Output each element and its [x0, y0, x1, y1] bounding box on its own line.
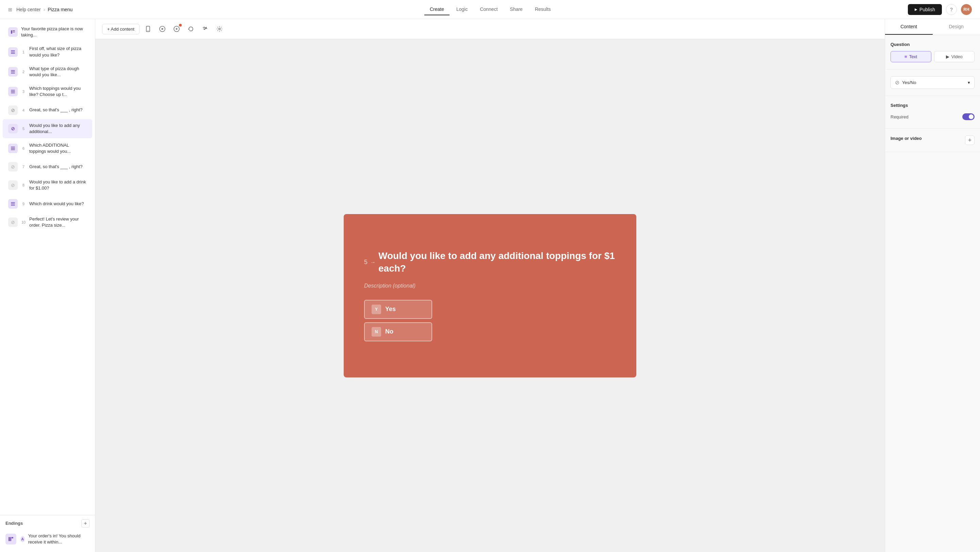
sidebar-item-3[interactable]: 3 Which toppings would you like? Choose …	[3, 82, 92, 101]
sidebar-item-5[interactable]: ⊘ 5 Would you like to add any additional…	[3, 119, 92, 138]
q3-text: Which toppings would you like? Choose up…	[29, 86, 87, 98]
q2-num: 2	[21, 70, 26, 74]
svg-rect-12	[11, 147, 15, 147]
question-type-dropdown[interactable]: ⊘ Yes/No ▾	[891, 76, 975, 89]
media-section: Image or video +	[885, 129, 980, 152]
sidebar-item-7[interactable]: ⊘ 7 Great, so that's ___ , right?	[3, 159, 92, 175]
q6-icon	[8, 144, 18, 153]
add-media-button[interactable]: +	[965, 135, 975, 145]
q5-num: 5	[21, 127, 26, 131]
sidebar-item-8[interactable]: ⊘ 8 Would you like to add a drink for $1…	[3, 176, 92, 195]
q3-icon	[8, 87, 18, 96]
svg-rect-2	[13, 32, 15, 32]
svg-rect-16	[11, 204, 15, 204]
translate-button[interactable]	[199, 23, 211, 35]
endings-header: Endings +	[5, 519, 89, 528]
canvas-container: 5 → Would you like to add any additional…	[95, 39, 885, 552]
sidebar-item-intro[interactable]: Your favorite pizza place is now taking.…	[3, 22, 92, 41]
svg-rect-20	[11, 537, 13, 538]
share-icon-wrapper	[171, 23, 182, 35]
publish-label: Publish	[920, 7, 935, 12]
q4-text: Great, so that's ___ , right?	[29, 107, 82, 113]
settings-section-title: Settings	[891, 103, 975, 108]
sidebar-item-4[interactable]: ⊘ 4 Great, so that's ___ , right?	[3, 102, 92, 118]
question-description[interactable]: Description (optional)	[364, 283, 415, 289]
sidebar-item-10[interactable]: ⊘ 10 Perfect! Let's review your order. P…	[3, 213, 92, 232]
add-ending-button[interactable]: +	[81, 519, 89, 528]
svg-rect-11	[11, 92, 15, 93]
sidebar-item-1[interactable]: 1 First off, what size of pizza would yo…	[3, 42, 92, 61]
q9-icon	[8, 199, 18, 208]
svg-rect-17	[11, 205, 15, 205]
publish-button[interactable]: ▶ Publish	[908, 4, 942, 15]
help-button[interactable]: ?	[946, 4, 957, 15]
editor-area: + Add content	[95, 19, 885, 552]
sidebar-item-9[interactable]: 9 Which drink would you like?	[3, 196, 92, 212]
question-title[interactable]: Would you like to add any additional top…	[379, 250, 616, 275]
svg-rect-4	[11, 52, 15, 52]
q8-icon: ⊘	[8, 180, 18, 190]
question-number: 5	[364, 259, 368, 266]
q5-icon: ⊘	[8, 124, 18, 134]
question-section-title: Question	[891, 42, 975, 47]
avatar: RH	[961, 4, 972, 15]
ending-item[interactable]: A Your order's in! You should receive it…	[5, 530, 89, 548]
tab-share[interactable]: Share	[504, 4, 528, 15]
q8-num: 8	[21, 183, 26, 187]
app-label: Help center	[16, 7, 41, 12]
q7-icon: ⊘	[8, 162, 18, 172]
type-text-button[interactable]: ≡ Text	[891, 51, 931, 62]
sidebar-item-2[interactable]: 2 What type of pizza dough would you lik…	[3, 62, 92, 81]
question-number-row: 5 → Would you like to add any additional…	[364, 250, 616, 275]
svg-rect-10	[11, 91, 15, 92]
svg-rect-14	[11, 150, 15, 150]
q9-text: Which drink would you like?	[29, 201, 84, 207]
svg-rect-8	[11, 73, 15, 73]
svg-marker-24	[162, 28, 164, 30]
svg-rect-3	[11, 50, 15, 51]
answer-no[interactable]: N No	[364, 322, 432, 341]
top-nav: ⊞ Help center › Pizza menu Create Logic …	[0, 0, 980, 19]
chevron-down-icon: ▾	[968, 80, 970, 85]
play-button[interactable]	[156, 23, 168, 35]
refresh-button[interactable]	[185, 23, 197, 35]
add-content-button[interactable]: + Add content	[102, 24, 140, 34]
required-toggle[interactable]	[962, 113, 975, 120]
nav-tabs: Create Logic Connect Share Results	[424, 4, 556, 15]
answer-key-n: N	[372, 327, 381, 337]
question-type-buttons: ≡ Text ▶ Video	[891, 51, 975, 62]
right-panel: Content Design Question ≡ Text ▶ Video ⊘	[885, 19, 980, 552]
panel-tabs: Content Design	[885, 19, 980, 35]
q8-text: Would you like to add a drink for $1.00?	[29, 179, 87, 191]
answer-yes[interactable]: Y Yes	[364, 300, 432, 319]
type-video-button[interactable]: ▶ Video	[934, 51, 975, 62]
tab-create[interactable]: Create	[424, 4, 450, 15]
q1-text: First off, what size of pizza would you …	[29, 46, 87, 58]
tab-results[interactable]: Results	[530, 4, 556, 15]
dropdown-label: Yes/No	[902, 80, 916, 85]
tab-connect[interactable]: Connect	[474, 4, 503, 15]
mobile-preview-button[interactable]	[142, 23, 154, 35]
ending-icon	[5, 534, 16, 544]
tab-logic[interactable]: Logic	[451, 4, 473, 15]
q10-icon: ⊘	[8, 218, 18, 227]
nav-right: ▶ Publish ? RH	[908, 4, 972, 15]
required-label: Required	[891, 115, 908, 119]
q10-text: Perfect! Let's review your order. Pizza …	[29, 216, 87, 228]
type-text-label: Text	[909, 54, 917, 59]
q5-text: Would you like to add any additional...	[29, 122, 87, 135]
breadcrumb-separator: ›	[43, 7, 45, 12]
settings-button[interactable]	[214, 23, 225, 35]
main-layout: Your favorite pizza place is now taking.…	[0, 19, 980, 552]
q1-num: 1	[21, 50, 26, 54]
question-section: Question ≡ Text ▶ Video	[885, 35, 980, 69]
svg-rect-1	[13, 30, 15, 31]
svg-rect-0	[11, 30, 12, 34]
q7-text: Great, so that's ___ , right?	[29, 164, 82, 170]
panel-tab-design[interactable]: Design	[933, 19, 980, 35]
answer-label-yes: Yes	[385, 305, 396, 313]
sidebar-intro-text: Your favorite pizza place is now taking.…	[21, 26, 87, 38]
panel-tab-content[interactable]: Content	[885, 19, 933, 35]
sidebar-item-6[interactable]: 6 Which ADDITIONAL toppings would you...	[3, 139, 92, 158]
dropdown-left: ⊘ Yes/No	[895, 79, 916, 86]
